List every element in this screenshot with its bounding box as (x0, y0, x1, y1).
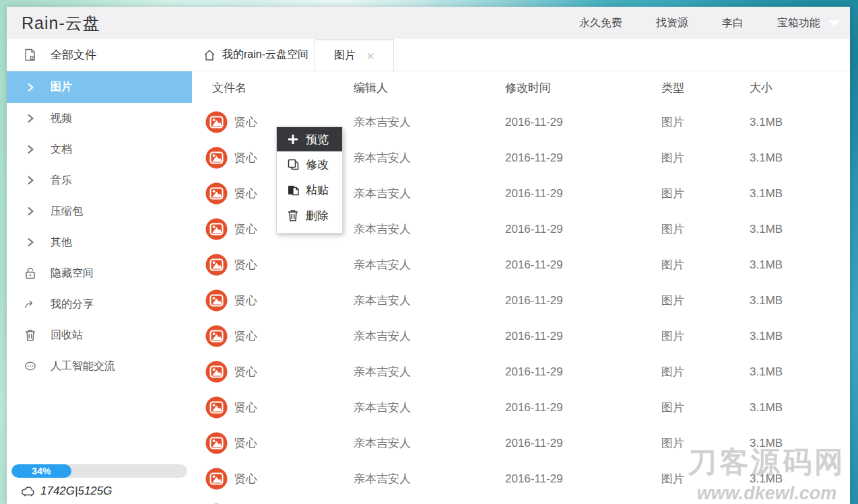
file-editor: 亲本吉安人 (354, 150, 505, 166)
table-row[interactable]: 贤心 亲本吉安人 2016-11-29 图片 3.1MB (192, 318, 850, 354)
file-name: 贤心 (234, 435, 257, 451)
table-row[interactable]: 贤心 亲本吉安人 2016-11-29 图片 3.1MB (192, 390, 850, 425)
sidebar-item-label: 图片 (51, 80, 72, 94)
sidebar-item[interactable]: 文档 (7, 134, 192, 165)
sidebar-item[interactable]: 压缩包 (7, 196, 192, 227)
column-header-modified: 修改时间 (505, 80, 661, 96)
file-editor: 亲本吉安人 (354, 328, 505, 344)
context-menu-item-label: 修改 (306, 157, 329, 172)
sidebar-item[interactable]: 视频 (7, 103, 192, 134)
file-modified: 2016-11-29 (505, 187, 661, 201)
table-row[interactable]: 贤心 亲本吉安人 2016-11-29 图片 3.1MB (192, 354, 850, 390)
file-size: 3.1MB (750, 365, 850, 379)
column-header-size: 大小 (750, 80, 850, 96)
file-size: 3.1MB (750, 187, 850, 201)
storage-capacity: 1742G|5125G (40, 484, 112, 498)
file-name-cell: 贤心 (205, 396, 354, 419)
table-row[interactable]: 贤心 亲本吉安人 2016-11-29 图片 3.1MB (192, 461, 850, 497)
top-nav-item[interactable]: 宝箱功能 (777, 16, 820, 30)
top-nav-item[interactable]: 李白 (722, 16, 744, 30)
table-row[interactable]: 贤心 亲本吉安人 2016-11-29 图片 3.1MB (192, 247, 850, 283)
file-type: 图片 (661, 257, 750, 273)
column-header-type: 类型 (661, 80, 750, 96)
context-menu-item-label: 删除 (306, 208, 329, 223)
sidebar-header-all-files[interactable]: 全部文件 (7, 39, 192, 71)
chevron-right-icon (24, 112, 37, 125)
share-icon (24, 297, 37, 311)
file-type: 图片 (661, 435, 750, 451)
sidebar-item-label: 隐藏空间 (51, 266, 94, 281)
cloud-icon (21, 485, 36, 497)
context-menu-item[interactable]: 删除 (277, 203, 342, 228)
file-size: 3.1MB (750, 116, 850, 129)
file-name-cell: 贤心 (205, 432, 354, 454)
file-type: 图片 (661, 364, 750, 380)
file-editor: 亲本吉安人 (354, 400, 505, 415)
file-size: 3.1MB (750, 401, 850, 415)
sidebar-item[interactable]: 回收站 (7, 320, 192, 351)
storage-widget: 34% 1742G|5125G (11, 464, 188, 498)
file-modified: 2016-11-29 (505, 365, 661, 379)
file-type: 图片 (661, 114, 750, 130)
close-icon[interactable]: × (366, 49, 374, 63)
storage-progress-track: 34% (11, 464, 187, 478)
file-name: 贤心 (234, 150, 257, 166)
context-menu: 预览 修改 粘贴 删除 (276, 127, 343, 233)
table-row[interactable]: 贤心 亲本吉安人 2016-11-29 图片 3.1MB (192, 425, 850, 461)
file-name: 贤心 (234, 293, 257, 308)
sidebar-item[interactable]: 我的分享 (7, 289, 192, 320)
top-nav-item[interactable]: 找资源 (656, 16, 688, 30)
top-nav-item[interactable]: 永久免费 (579, 16, 622, 30)
sidebar-item[interactable]: 图片 (7, 71, 192, 103)
context-menu-item[interactable]: 粘贴 (277, 177, 342, 203)
file-editor: 亲本吉安人 (354, 471, 505, 487)
image-file-icon (205, 254, 228, 276)
tab-pictures[interactable]: 图片 × (315, 39, 394, 71)
context-menu-item[interactable]: 修改 (277, 151, 342, 177)
sidebar-item-label: 我的分享 (51, 297, 94, 312)
tab-my-cloud-space[interactable]: 我的rain-云盘空间 (192, 39, 315, 71)
file-name-cell: 贤心 (205, 361, 354, 383)
top-nav: 永久免费找资源李白宝箱功能 (579, 16, 820, 30)
sidebar: 图片 视频 文档 音乐 压缩包 其他 隐藏空间 我的分享 回收站 人工智能交流 … (7, 71, 192, 504)
file-editor: 亲本吉安人 (354, 114, 505, 130)
storage-progress-fill: 34% (11, 464, 71, 478)
sidebar-item[interactable]: 人工智能交流 (7, 351, 192, 382)
file-size: 3.1MB (750, 151, 850, 165)
plus-icon (287, 133, 299, 145)
caret-down-icon[interactable] (828, 20, 840, 26)
file-editor: 亲本吉安人 (354, 293, 505, 308)
file-size: 3.1MB (750, 294, 850, 308)
file-type: 图片 (661, 150, 750, 166)
sidebar-item-label: 视频 (51, 112, 72, 126)
image-file-icon (205, 182, 228, 205)
sidebar-nav: 图片 视频 文档 音乐 压缩包 其他 隐藏空间 我的分享 回收站 人工智能交流 (7, 71, 192, 382)
paste-icon (287, 184, 299, 196)
file-editor: 亲本吉安人 (354, 186, 505, 201)
column-header-editor: 编辑人 (354, 80, 505, 96)
sidebar-item[interactable]: 音乐 (7, 165, 192, 196)
table-header-row: 文件名 编辑人 修改时间 类型 大小 (192, 71, 850, 104)
sidebar-item-label: 文档 (51, 143, 72, 157)
sidebar-item[interactable]: 其他 (7, 227, 192, 258)
table-row[interactable]: 贤心 亲本吉安人 2016-11-29 图片 3.1MB (192, 283, 850, 318)
file-modified: 2016-11-29 (505, 401, 661, 415)
image-file-icon (205, 218, 228, 240)
context-menu-item[interactable]: 预览 (277, 127, 342, 151)
file-name: 贤心 (234, 257, 257, 273)
file-name: 贤心 (234, 471, 257, 487)
breadcrumb-label: 我的rain-云盘空间 (222, 48, 308, 62)
file-type: 图片 (661, 328, 750, 344)
image-file-icon (205, 396, 228, 419)
file-type: 图片 (661, 471, 750, 487)
image-file-icon (205, 111, 228, 133)
chat-icon (24, 359, 37, 373)
image-file-icon (205, 361, 228, 383)
file-table: 文件名 编辑人 修改时间 类型 大小 贤心 亲本吉安人 2016-11-29 图… (192, 71, 850, 504)
file-modified: 2016-11-29 (505, 116, 661, 129)
column-header-filename: 文件名 (212, 80, 354, 96)
sidebar-item[interactable]: 隐藏空间 (7, 258, 192, 289)
table-row[interactable]: 贤心 亲本吉安人 2016-11-29 图片 3.1MB (192, 497, 850, 504)
file-size: 3.1MB (750, 330, 850, 343)
image-file-icon (205, 147, 228, 169)
